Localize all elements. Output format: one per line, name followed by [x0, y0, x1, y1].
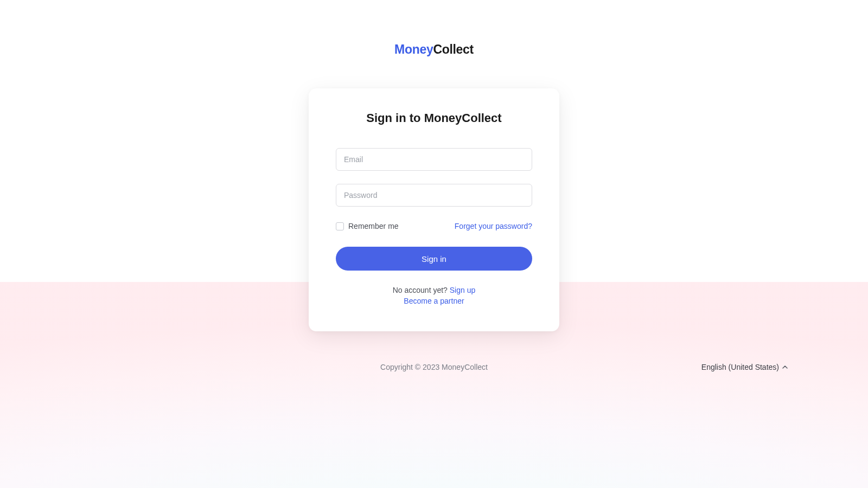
- language-selector[interactable]: English (United States): [701, 363, 788, 371]
- remember-group: Remember me: [336, 222, 399, 230]
- remember-label: Remember me: [348, 222, 399, 230]
- chevron-up-icon: [782, 364, 788, 370]
- forgot-password-link[interactable]: Forget your password?: [455, 222, 532, 230]
- email-field[interactable]: [336, 148, 532, 171]
- signin-card: Sign in to MoneyCollect Remember me Forg…: [309, 88, 559, 331]
- remember-forgot-row: Remember me Forget your password?: [336, 222, 532, 230]
- signup-link[interactable]: Sign up: [450, 286, 475, 294]
- logo-part-money: Money: [394, 42, 433, 56]
- remember-checkbox[interactable]: [336, 222, 344, 230]
- password-field[interactable]: [336, 184, 532, 207]
- signin-button[interactable]: Sign in: [336, 247, 532, 271]
- copyright-text: Copyright © 2023 MoneyCollect: [380, 363, 488, 371]
- no-account-text: No account yet?: [393, 286, 450, 294]
- brand-logo: MoneyCollect: [394, 42, 474, 57]
- partner-row: Become a partner: [336, 297, 532, 305]
- logo-part-collect: Collect: [433, 42, 474, 56]
- card-title: Sign in to MoneyCollect: [336, 111, 532, 125]
- become-partner-link[interactable]: Become a partner: [404, 297, 464, 305]
- page-container: MoneyCollect Sign in to MoneyCollect Rem…: [0, 0, 868, 371]
- footer-row: Copyright © 2023 MoneyCollect English (U…: [0, 363, 868, 371]
- language-label: English (United States): [701, 363, 779, 371]
- signup-row: No account yet? Sign up: [336, 286, 532, 294]
